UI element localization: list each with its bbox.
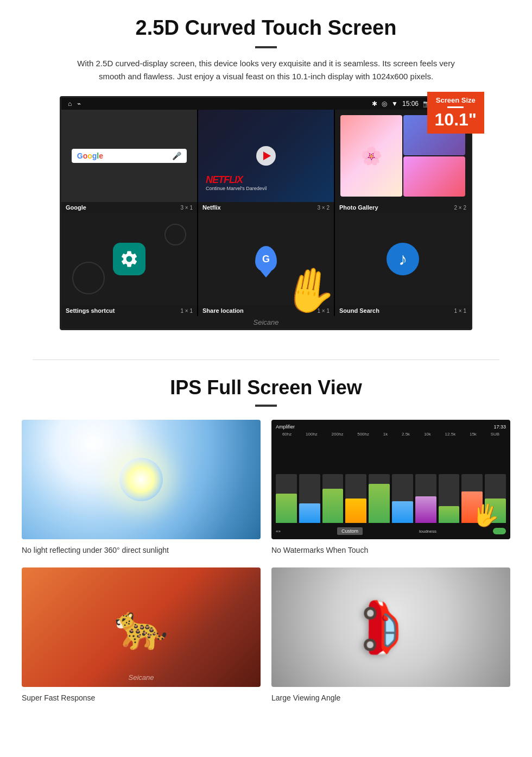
maps-g-letter: G <box>262 254 270 265</box>
slider-7 <box>415 474 436 523</box>
badge-label: Screen Size <box>435 96 477 104</box>
gallery-app-name: Photo Gallery <box>339 204 378 211</box>
section1-title: 2.5D Curved Touch Screen <box>33 16 499 40</box>
app-labels-row2: Settings shortcut 1 × 1 Share location 1… <box>61 305 471 316</box>
app-grid-row2: G 🤚 ♪ <box>61 213 471 305</box>
feature-car: 🚗 Large Viewing Angle <box>271 567 510 704</box>
status-left: ⌂ ⌁ <box>68 100 81 108</box>
music-note-icon: ♪ <box>398 249 407 269</box>
location-icon: ◎ <box>382 100 387 108</box>
signal-icon: ▼ <box>391 100 398 108</box>
screen-watermark: Seicane <box>61 316 471 329</box>
app-labels-row1: Google 3 × 1 Netflix 3 × 2 Photo Gallery… <box>61 202 471 213</box>
netflix-subtitle: Continue Marvel's Daredevil <box>206 186 267 191</box>
sound-icon: ♪ <box>387 243 419 275</box>
sun-glow <box>119 458 163 501</box>
car-image: 🚗 <box>271 567 510 687</box>
settings-app-cell[interactable] <box>61 213 197 305</box>
google-app-name: Google <box>66 204 86 211</box>
touch-label: No Watermarks When Touch <box>271 544 510 557</box>
home-icon: ⌂ <box>68 100 72 108</box>
netflix-background: NETFLIX Continue Marvel's Daredevil <box>198 110 334 202</box>
netflix-app-name: Netflix <box>202 204 221 211</box>
badge-underline <box>447 106 464 108</box>
section1-description: With 2.5D curved-display screen, this de… <box>76 57 456 83</box>
settings-icon <box>113 243 145 275</box>
slider-2 <box>299 474 320 523</box>
google-search-bar[interactable]: Google 🎤 <box>72 149 187 163</box>
google-app-cell[interactable]: Google 🎤 <box>61 110 197 202</box>
settings-app-size: 1 × 1 <box>180 308 193 314</box>
gallery-label-row: Photo Gallery 2 × 2 <box>335 202 471 213</box>
play-triangle <box>263 152 271 160</box>
netflix-app-size: 3 × 2 <box>317 205 330 211</box>
device-mockup: Screen Size 10.1" ⌂ ⌁ ✱ ◎ ▼ 15:06 📷 🔊 ▣ <box>54 96 478 330</box>
amplifier-image: Amplifier 17:33 60hz100hz200hz500hz1k2.5… <box>271 420 510 539</box>
sound-app-size: 1 × 1 <box>454 308 466 314</box>
section-curved-screen: 2.5D Curved Touch Screen With 2.5D curve… <box>0 0 532 343</box>
amp-loudness-label: loudness <box>419 529 436 534</box>
sunlight-label: No light reflecting under 360° direct su… <box>22 544 261 557</box>
feature-touch: Amplifier 17:33 60hz100hz200hz500hz1k2.5… <box>271 420 510 557</box>
slider-1 <box>276 474 297 523</box>
google-app-size: 3 × 1 <box>180 205 193 211</box>
cheetah-label: Super Fast Response <box>22 691 261 704</box>
status-bar: ⌂ ⌁ ✱ ◎ ▼ 15:06 📷 🔊 ▣ ▭ <box>61 98 471 110</box>
share-app-name: Share location <box>202 307 244 314</box>
deco-circle-2 <box>164 224 186 245</box>
cheetah-emoji: 🐆 <box>114 602 168 653</box>
cheetah-image: 🐆 Seicane <box>22 567 261 687</box>
car-label: Large Viewing Angle <box>271 691 510 704</box>
sound-label-row: Sound Search 1 × 1 <box>335 305 471 316</box>
share-location-cell[interactable]: G 🤚 <box>198 213 334 305</box>
netflix-app-cell[interactable]: NETFLIX Continue Marvel's Daredevil <box>198 110 334 202</box>
badge-size: 10.1" <box>435 110 477 129</box>
cheetah-watermark: Seicane <box>129 673 154 682</box>
gallery-thumb-main: 🌸 <box>340 115 402 197</box>
amp-custom-btn: Custom <box>337 527 363 535</box>
gallery-thumb-3 <box>403 156 465 197</box>
google-logo: Google <box>77 152 103 160</box>
sunlight-visual <box>22 420 261 539</box>
amp-freq-labels: 60hz100hz200hz500hz1k2.5k10k12.5k15kSUB <box>276 432 506 437</box>
netflix-logo: NETFLIX <box>206 174 243 186</box>
mic-icon: 🎤 <box>172 152 181 160</box>
feature-sunlight: No light reflecting under 360° direct su… <box>22 420 261 557</box>
slider-8 <box>439 474 460 523</box>
hand-gesture-icon: 🤚 <box>278 261 341 320</box>
car-icon: 🚗 <box>363 597 420 658</box>
amp-header: Amplifier 17:33 <box>276 424 506 430</box>
settings-label-row: Settings shortcut 1 × 1 <box>61 305 197 316</box>
usb-icon: ⌁ <box>77 100 81 108</box>
amp-nav: «» <box>276 529 281 534</box>
app-grid-row1: Google 🎤 NETFLIX Continue Marvel's Dared… <box>61 110 471 202</box>
sound-app-name: Sound Search <box>339 307 379 314</box>
cheetah-visual: 🐆 Seicane <box>22 567 261 687</box>
amp-title: Amplifier <box>276 424 295 430</box>
feature-grid-top: No light reflecting under 360° direct su… <box>22 420 510 557</box>
slider-4 <box>345 474 366 523</box>
amp-wrapper: Amplifier 17:33 60hz100hz200hz500hz1k2.5… <box>271 420 510 539</box>
section-ips: IPS Full Screen View No light reflecting… <box>0 376 532 731</box>
sound-search-cell[interactable]: ♪ <box>335 213 471 305</box>
deco-circle-1 <box>72 262 105 294</box>
amp-footer: «» Custom loudness <box>276 527 506 535</box>
section-divider <box>33 359 499 360</box>
maps-icon-container: G <box>255 246 277 272</box>
amp-hand-icon: 🖐 <box>470 501 501 531</box>
google-label-row: Google 3 × 1 <box>61 202 197 213</box>
title-underline <box>255 46 277 48</box>
netflix-label-row: Netflix 3 × 2 <box>198 202 334 213</box>
maps-pin: G <box>255 246 277 272</box>
screen-size-badge: Screen Size 10.1" <box>427 92 484 134</box>
maps-pin-point <box>261 271 271 277</box>
settings-app-name: Settings shortcut <box>66 307 115 314</box>
netflix-play-button[interactable] <box>256 146 276 166</box>
feature-cheetah: 🐆 Seicane Super Fast Response <box>22 567 261 704</box>
section2-underline <box>255 405 277 407</box>
gear-svg <box>119 249 139 269</box>
time-display: 15:06 <box>402 100 419 108</box>
feature-grid-bottom: 🐆 Seicane Super Fast Response 🚗 Large Vi… <box>22 567 510 704</box>
amp-sliders <box>276 437 506 525</box>
sunlight-image <box>22 420 261 539</box>
